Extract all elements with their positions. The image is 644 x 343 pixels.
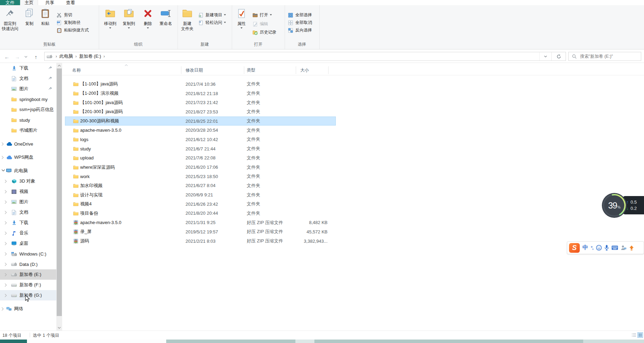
- back-button[interactable]: ←: [3, 53, 11, 61]
- file-row[interactable]: upload2021/7/6 22:08文件夹: [65, 154, 336, 163]
- copy-button[interactable]: 复制: [21, 7, 37, 26]
- select-none-button[interactable]: 全部取消: [287, 19, 312, 26]
- sidebar-item[interactable]: study: [0, 115, 56, 125]
- file-row[interactable]: 录_屏2019/5/12 19:57好压 ZIP 压缩文件45,572 KB: [65, 227, 336, 237]
- taskbar-edge[interactable]: [0, 340, 644, 343]
- sidebar-item[interactable]: 下载: [0, 217, 56, 228]
- new-folder-button[interactable]: 新建文件夹: [179, 7, 196, 31]
- invert-selection-button[interactable]: 反向选择: [287, 27, 312, 34]
- column-header-type[interactable]: 类型: [247, 67, 255, 73]
- microphone-icon[interactable]: [605, 245, 609, 251]
- properties-button[interactable]: 属性: [234, 7, 249, 29]
- tab-file[interactable]: 文件: [0, 0, 20, 5]
- new-item-button[interactable]: 新建项目: [198, 11, 226, 19]
- chevron-right-icon[interactable]: [1, 142, 4, 146]
- sidebar-item[interactable]: 文档: [0, 73, 56, 84]
- column-header-size[interactable]: 大小: [300, 67, 309, 73]
- copy-to-button[interactable]: 复制到: [120, 7, 138, 29]
- cut-button[interactable]: 剪切: [56, 11, 72, 19]
- chevron-right-icon[interactable]: [4, 294, 7, 297]
- column-header-name[interactable]: 名称: [72, 67, 81, 73]
- file-row[interactable]: 加水印视频2021/6/27 8:04文件夹: [65, 181, 336, 191]
- sidebar-item[interactable]: 视频: [0, 186, 56, 197]
- details-view-button[interactable]: [632, 333, 636, 337]
- sidebar-item[interactable]: 下载: [0, 63, 56, 73]
- memory-usage-ring[interactable]: 39%: [602, 193, 627, 218]
- tab-home[interactable]: 主页: [20, 0, 38, 5]
- sidebar-item[interactable]: 此电脑: [0, 166, 56, 176]
- open-dropdown-icon[interactable]: [270, 14, 272, 16]
- chevron-right-icon[interactable]: [4, 211, 7, 214]
- search-input[interactable]: [579, 54, 641, 59]
- file-row[interactable]: 【201-300】java源码2021/8/27 23:53文件夹: [65, 107, 336, 117]
- chevron-right-icon[interactable]: [4, 252, 7, 256]
- file-row[interactable]: apache-maven-3.5.02020/3/28 20:54文件夹: [65, 126, 336, 135]
- select-all-button[interactable]: 全部选择: [287, 11, 312, 19]
- sidebar-item[interactable]: Data (D:): [0, 259, 56, 269]
- chevron-right-icon[interactable]: [4, 221, 7, 225]
- file-row[interactable]: 200-300源码和视频2021/8/25 22:01文件夹: [65, 117, 336, 126]
- column-divider[interactable]: [181, 66, 181, 74]
- file-row[interactable]: work2021/5/23 18:50文件夹: [65, 172, 336, 181]
- sidebar-item[interactable]: 3D 对象: [0, 176, 56, 186]
- properties-dropdown-icon[interactable]: [240, 27, 243, 29]
- file-row[interactable]: 【101-200】java源码2021/7/23 21:42文件夹: [65, 98, 336, 107]
- chevron-right-icon[interactable]: [4, 242, 7, 245]
- toolbox-arrow-icon[interactable]: [629, 245, 634, 251]
- forward-button[interactable]: →: [13, 53, 21, 61]
- scrollbar-thumb[interactable]: [57, 68, 62, 316]
- ime-language-mode[interactable]: 中: [583, 244, 588, 251]
- sidebar-item[interactable]: WPS网盘: [0, 152, 56, 163]
- move-to-dropdown-icon[interactable]: [109, 27, 111, 29]
- sidebar-item[interactable]: Windows (C:): [0, 249, 56, 259]
- pin-to-quick-access-button[interactable]: 固定到快速访问: [1, 7, 19, 31]
- ime-toolbar[interactable]: S 中 °,: [567, 241, 644, 254]
- sidebar-item[interactable]: 桌面: [0, 238, 56, 249]
- paste-shortcut-button[interactable]: 粘贴快捷方式: [56, 27, 89, 34]
- chevron-right-icon[interactable]: [1, 156, 4, 159]
- file-row[interactable]: 【1-200】演示视频2021/8/12 21:18文件夹: [65, 89, 336, 98]
- breadcrumb-this-pc[interactable]: 此电脑: [59, 53, 73, 59]
- copy-to-dropdown-icon[interactable]: [128, 27, 130, 29]
- chevron-right-icon[interactable]: [4, 200, 7, 204]
- column-header-date[interactable]: 修改日期: [186, 67, 203, 73]
- up-button[interactable]: ↑: [32, 53, 40, 61]
- delete-dropdown-icon[interactable]: [147, 27, 149, 29]
- file-row[interactable]: 项目备份2021/8/20 20:44文件夹: [65, 209, 336, 218]
- keyboard-icon[interactable]: [612, 245, 618, 250]
- history-button[interactable]: 历史记录: [252, 29, 276, 36]
- ime-punctuation-toggle[interactable]: °,: [591, 245, 593, 250]
- emoji-icon[interactable]: [596, 245, 602, 251]
- sogou-logo-icon[interactable]: S: [569, 243, 580, 253]
- delete-button[interactable]: 删除: [140, 7, 156, 29]
- sidebar-item[interactable]: 新加卷 (E:): [0, 269, 56, 280]
- sidebar-item[interactable]: ssm+jsp药店信息: [0, 104, 56, 115]
- scroll-down-icon[interactable]: [56, 325, 62, 331]
- chevron-right-icon[interactable]: [1, 307, 4, 311]
- easy-access-dropdown-icon[interactable]: [224, 22, 226, 23]
- tab-share[interactable]: 共享: [41, 0, 59, 5]
- file-row[interactable]: logs2021/6/12 10:42文件夹: [65, 135, 336, 144]
- chevron-right-icon[interactable]: [4, 283, 7, 287]
- sidebar-item[interactable]: 新加卷 (F:): [0, 280, 56, 290]
- easy-access-button[interactable]: 轻松访问: [198, 19, 226, 26]
- tab-view[interactable]: 查看: [61, 0, 79, 5]
- rename-button[interactable]: 重命名: [156, 7, 176, 26]
- chevron-right-icon[interactable]: [4, 231, 7, 235]
- column-divider[interactable]: [296, 66, 296, 74]
- sidebar-item[interactable]: springboot my: [0, 94, 56, 104]
- recent-locations-chevron-icon[interactable]: [23, 53, 29, 61]
- sidebar-item[interactable]: 图片: [0, 197, 56, 207]
- search-box[interactable]: [568, 52, 641, 61]
- sidebar-item[interactable]: 书城图片: [0, 125, 56, 136]
- file-row[interactable]: where深深蓝源码2021/6/20 17:06文件夹: [65, 163, 336, 172]
- scroll-up-icon[interactable]: [56, 63, 62, 68]
- chevron-right-icon[interactable]: [4, 262, 7, 266]
- sidebar-item[interactable]: 网络: [0, 304, 56, 314]
- column-divider[interactable]: [244, 66, 244, 74]
- copy-path-button[interactable]: W.. 复制路径: [56, 19, 80, 26]
- refresh-button[interactable]: [551, 52, 566, 61]
- sidebar-item[interactable]: 音乐: [0, 228, 56, 238]
- chevron-right-icon[interactable]: [4, 179, 7, 183]
- address-bar[interactable]: › 此电脑 › 新加卷 (E:) ›: [44, 52, 566, 61]
